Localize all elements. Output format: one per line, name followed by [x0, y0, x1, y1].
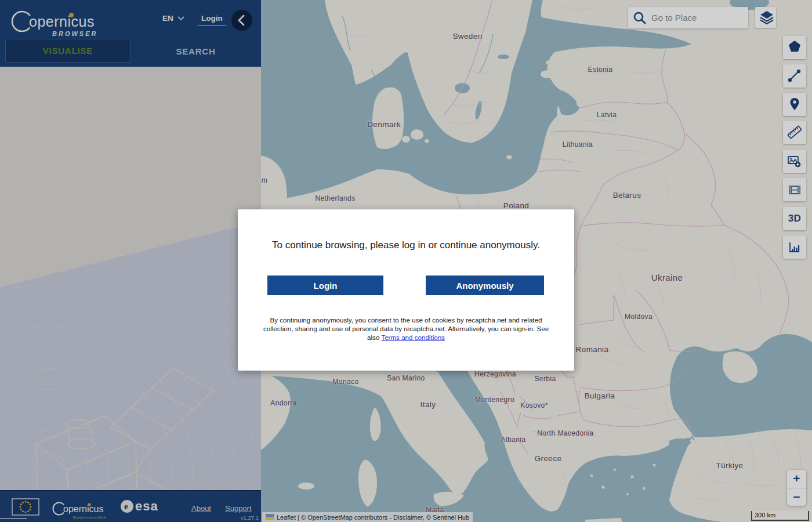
consent-text: By continuing anonymously, you consent t… — [261, 316, 551, 342]
copernicus-browser-app: Sweden Estonia Denmark Latvia Lithuania … — [0, 0, 812, 522]
modal-anonymously-button[interactable]: Anonymously — [426, 276, 544, 295]
modal-message: To continue browsing, please log in or c… — [238, 240, 574, 251]
login-consent-modal: To continue browsing, please log in or c… — [238, 209, 574, 371]
terms-and-conditions-link[interactable]: Terms and conditions — [381, 334, 445, 341]
modal-login-button[interactable]: Login — [267, 276, 383, 295]
